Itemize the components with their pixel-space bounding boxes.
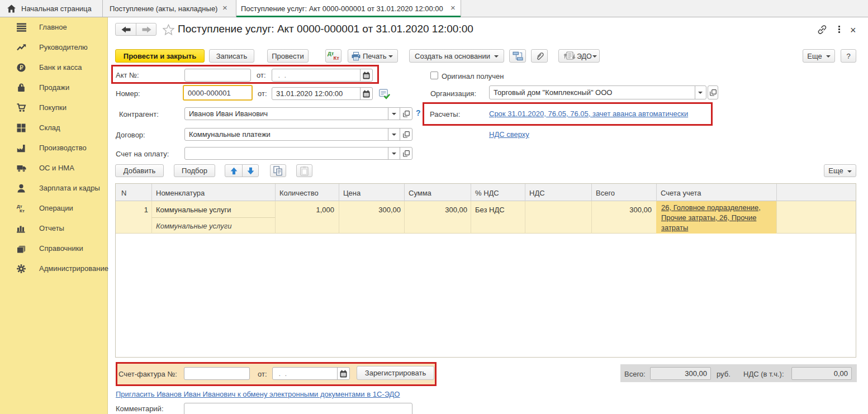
svg-text:Кт: Кт bbox=[20, 208, 25, 213]
